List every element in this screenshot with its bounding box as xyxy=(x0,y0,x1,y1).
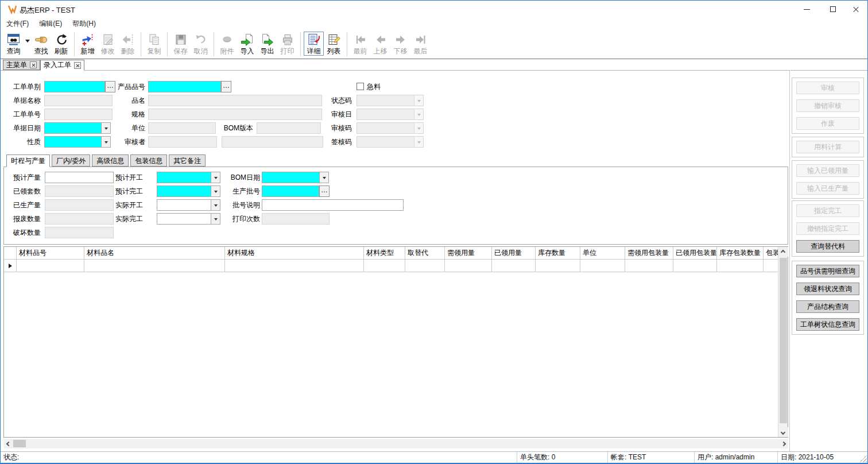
vertical-scroll-thumb[interactable] xyxy=(780,258,787,423)
subtab-other-notes[interactable]: 其它备注 xyxy=(169,154,206,167)
cancel-set-finished-button[interactable]: 撤销指定完工 xyxy=(796,222,859,235)
column-header[interactable]: 库存包装数量 xyxy=(717,247,764,259)
toolbar-move-down-button[interactable]: 下移 xyxy=(390,32,410,55)
detail-icon xyxy=(307,33,321,47)
query-substitute-button[interactable]: 查询替代料 xyxy=(796,240,859,253)
query-dropdown-caret[interactable] xyxy=(24,34,31,48)
new-icon xyxy=(81,33,95,47)
toolbar-attachment-button[interactable]: 附件 xyxy=(217,32,237,55)
toolbar-list-button[interactable]: 列表 xyxy=(324,32,344,55)
column-header[interactable]: 需领用量 xyxy=(445,247,492,259)
column-header[interactable]: 材料品号 xyxy=(17,247,84,259)
work-order-tree-query-button[interactable]: 工单树状信息查询 xyxy=(796,318,859,331)
scroll-up-button[interactable] xyxy=(778,247,788,257)
product-no-input[interactable] xyxy=(148,81,221,92)
subtab-packing-info[interactable]: 包装信息 xyxy=(130,154,167,167)
toolbar-print-button[interactable]: 打印 xyxy=(277,32,297,55)
work-order-no-label: 工单单号 xyxy=(1,109,41,120)
chevron-down-icon[interactable] xyxy=(211,172,220,183)
product-structure-query-button[interactable]: 产品结构查询 xyxy=(796,300,859,313)
audit-date-combo xyxy=(356,109,424,120)
urgent-checkbox[interactable] xyxy=(356,83,364,90)
toolbar-last-button[interactable]: 最后 xyxy=(410,32,431,55)
query-group: 品号供需明细查询 领退料状况查询 产品结构查询 工单树状信息查询 xyxy=(792,261,864,335)
batch-no-browse-button[interactable]: … xyxy=(319,185,330,197)
tab-main-menu[interactable]: 主菜单 xyxy=(3,60,40,70)
bom-date-combo[interactable] xyxy=(262,172,329,183)
close-button[interactable] xyxy=(843,1,868,18)
column-header[interactable]: 取替代 xyxy=(405,247,445,259)
chevron-down-icon[interactable] xyxy=(319,172,328,183)
toolbar-export-button[interactable]: 导出 xyxy=(257,32,277,55)
grid-horizontal-scrollbar[interactable] xyxy=(3,439,788,448)
column-header[interactable]: 已领用量 xyxy=(492,247,536,259)
toolbar-import-button[interactable]: 导入 xyxy=(237,32,257,55)
toolbar-find-button[interactable]: 查找 xyxy=(31,32,51,55)
column-header[interactable]: 库存数量 xyxy=(536,247,580,259)
supply-demand-query-button[interactable]: 品号供需明细查询 xyxy=(796,265,859,277)
doc-name-label: 单据名称 xyxy=(1,95,41,106)
subtab-inhouse-outsource[interactable]: 厂内/委外 xyxy=(52,154,90,167)
set-finished-button[interactable]: 指定完工 xyxy=(796,204,859,217)
actual-finish-combo[interactable] xyxy=(157,213,220,225)
column-header[interactable]: 材料品名 xyxy=(84,247,225,259)
audit-button[interactable]: 审核 xyxy=(796,82,859,94)
subtab-advanced-info[interactable]: 高级信息 xyxy=(92,154,129,167)
toolbar-separator xyxy=(347,32,347,56)
input-received-qty-button[interactable]: 输入已领用量 xyxy=(796,164,859,177)
grid-vertical-scrollbar[interactable] xyxy=(778,247,788,437)
work-order-type-input[interactable] xyxy=(44,81,105,92)
horizontal-scroll-thumb[interactable] xyxy=(13,440,26,447)
menu-help[interactable]: 帮助(H) xyxy=(72,18,101,30)
planned-start-combo[interactable] xyxy=(157,172,220,183)
input-produced-qty-button[interactable]: 输入已生产量 xyxy=(796,182,859,195)
window-title: 易杰ERP - TEST xyxy=(20,5,75,16)
batch-note-input[interactable] xyxy=(262,199,404,211)
tab-close-icon[interactable] xyxy=(30,61,37,68)
toolbar-delete-button[interactable]: 删除 xyxy=(118,32,138,55)
toolbar-move-up-button[interactable]: 上移 xyxy=(370,32,390,55)
minimize-button[interactable] xyxy=(794,1,820,18)
toolbar-modify-button[interactable]: 修改 xyxy=(98,32,118,55)
toolbar-separator xyxy=(74,32,75,56)
scroll-left-button[interactable] xyxy=(3,439,13,448)
header-count: 单头笔数: 0 xyxy=(517,452,607,463)
scroll-right-button[interactable] xyxy=(778,439,788,448)
cancel-audit-button[interactable]: 撤销审核 xyxy=(796,99,859,112)
material-issue-status-query-button[interactable]: 领退料状况查询 xyxy=(796,283,859,295)
menu-file[interactable]: 文件(F) xyxy=(6,18,34,30)
actual-start-combo[interactable] xyxy=(157,199,220,211)
tab-enter-work-order[interactable]: 录入工单 xyxy=(40,60,84,71)
toolbar-detail-button[interactable]: 详细 xyxy=(304,32,324,56)
column-header[interactable]: 包装 xyxy=(764,247,778,259)
material-calc-button[interactable]: 用料计算 xyxy=(796,141,859,153)
column-header[interactable]: 材料类型 xyxy=(364,247,405,259)
batch-no-input[interactable] xyxy=(262,185,319,197)
chevron-down-icon[interactable] xyxy=(211,200,220,210)
column-header[interactable]: 单位 xyxy=(580,247,625,259)
tab-close-icon[interactable] xyxy=(74,62,81,69)
column-header[interactable]: 材料规格 xyxy=(225,247,364,259)
column-header[interactable]: 需领用包装量 xyxy=(625,247,673,259)
toolbar-query-button[interactable]: 查询 xyxy=(3,32,24,55)
doc-date-label: 单据日期 xyxy=(1,122,41,134)
toolbar-save-button[interactable]: 保存 xyxy=(170,32,191,55)
resize-grip[interactable] xyxy=(859,455,867,462)
planned-finish-combo[interactable] xyxy=(157,185,220,197)
subtab-schedule-output[interactable]: 时程与产量 xyxy=(6,154,50,167)
chevron-down-icon xyxy=(781,430,785,434)
maximize-button[interactable] xyxy=(820,1,846,18)
void-button[interactable]: 作废 xyxy=(796,117,859,130)
column-header[interactable]: 已领用包装量 xyxy=(673,247,717,259)
menu-edit[interactable]: 编辑(E) xyxy=(39,18,67,30)
toolbar-first-button[interactable]: 最前 xyxy=(350,32,370,55)
toolbar-copy-button[interactable]: 复制 xyxy=(144,32,164,55)
toolbar-refresh-button[interactable]: 刷新 xyxy=(51,32,71,55)
toolbar-new-button[interactable]: 新增 xyxy=(78,32,98,55)
table-row[interactable] xyxy=(4,260,778,272)
chevron-down-icon[interactable] xyxy=(211,186,220,196)
product-no-browse-button[interactable]: … xyxy=(221,81,231,92)
toolbar-cancel-button[interactable]: 取消 xyxy=(191,32,211,55)
chevron-down-icon[interactable] xyxy=(211,214,220,224)
scroll-down-button[interactable] xyxy=(778,427,788,437)
